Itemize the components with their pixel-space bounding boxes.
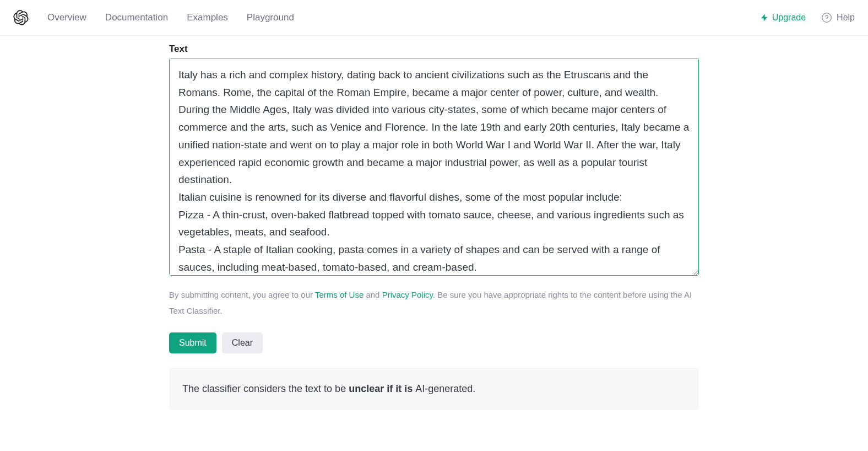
upgrade-link[interactable]: Upgrade (760, 13, 806, 23)
clear-button[interactable]: Clear (222, 332, 263, 353)
privacy-link[interactable]: Privacy Policy (382, 290, 433, 299)
terms-link[interactable]: Terms of Use (315, 290, 364, 299)
header-left: Overview Documentation Examples Playgrou… (13, 10, 294, 25)
text-input[interactable] (169, 58, 699, 276)
upgrade-label: Upgrade (772, 13, 806, 23)
result-suffix: AI-generated. (415, 383, 475, 394)
disclaimer: By submitting content, you agree to our … (169, 287, 699, 319)
disclaimer-and: and (364, 290, 382, 299)
nav-documentation[interactable]: Documentation (105, 12, 168, 23)
text-label: Text (169, 44, 699, 55)
svg-point-0 (822, 13, 832, 23)
nav-overview[interactable]: Overview (47, 12, 86, 23)
result-prefix: The classifier considers the text to be (182, 383, 349, 394)
lightning-icon (760, 13, 769, 22)
openai-logo-icon[interactable] (13, 10, 29, 25)
help-icon (821, 12, 832, 23)
svg-point-1 (827, 20, 827, 20)
help-label: Help (837, 13, 855, 23)
submit-button[interactable]: Submit (169, 332, 216, 353)
header-right: Upgrade Help (760, 12, 855, 23)
disclaimer-prefix: By submitting content, you agree to our (169, 290, 315, 299)
result-box: The classifier considers the text to be … (169, 368, 699, 410)
textarea-wrapper (169, 58, 699, 278)
help-link[interactable]: Help (821, 12, 855, 23)
result-bold: unclear if it is (349, 383, 415, 394)
main-container: Text By submitting content, you agree to… (158, 36, 710, 432)
button-row: Submit Clear (169, 332, 699, 353)
nav-examples[interactable]: Examples (187, 12, 228, 23)
app-header: Overview Documentation Examples Playgrou… (0, 0, 868, 36)
nav-playground[interactable]: Playground (247, 12, 294, 23)
